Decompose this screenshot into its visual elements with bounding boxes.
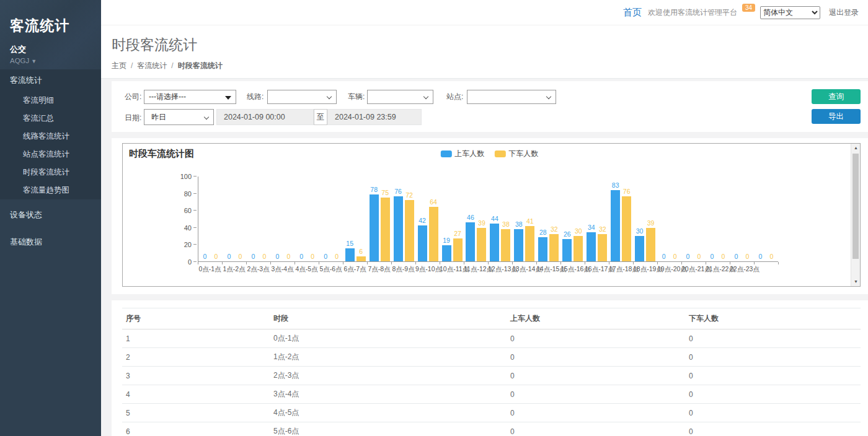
legend-item-boarding[interactable]: 上车人数 [440, 149, 484, 159]
chart-scrollbar[interactable]: ▲ ▼ [851, 144, 860, 286]
table-cell: 0 [507, 329, 685, 348]
bar-value-label: 0 [662, 253, 666, 260]
bar-group: 7875 [368, 186, 392, 261]
chart-plot: 020406080100 000000000000156787576724264… [198, 177, 779, 274]
table-header-cell: 上车人数 [507, 308, 685, 329]
table-cell: 0 [507, 367, 685, 385]
breadcrumb-home[interactable]: 主页 [112, 61, 126, 70]
table-cell: 0 [685, 348, 861, 367]
chart-legend: 上车人数 下车人数 [440, 149, 538, 159]
bar [370, 194, 379, 261]
table-header-cell: 下车人数 [685, 308, 861, 329]
vehicle-select[interactable] [367, 90, 433, 104]
x-axis-label: 8点-9点 [391, 265, 415, 274]
date-to-input[interactable]: 2024-01-09 23:59 [327, 109, 422, 125]
breadcrumb: 主页/客流统计/时段客流统计 [112, 61, 868, 71]
x-axis-label: 18点-19点 [633, 265, 657, 274]
sidebar-item[interactable]: 时段客流统计 [0, 164, 101, 181]
bar [501, 229, 510, 261]
bar-group: 4264 [416, 199, 440, 261]
chart-title: 时段车流统计图 [129, 148, 194, 160]
date-preset-select[interactable]: 昨日 [144, 109, 214, 125]
sidebar-item[interactable]: 线路客流统计 [0, 128, 101, 146]
legend-swatch-boarding [440, 150, 451, 157]
x-axis-label: 22点-23点 [730, 265, 754, 274]
table-cell: 0 [507, 385, 685, 404]
bar-value-label: 28 [539, 229, 547, 236]
station-select[interactable] [467, 90, 556, 104]
bar-value-label: 0 [698, 253, 701, 260]
breadcrumb-section[interactable]: 客流统计 [137, 61, 167, 70]
bar-value-label: 0 [769, 253, 773, 260]
date-separator: 至 [314, 109, 327, 125]
x-axis-label: 5点-6点 [319, 265, 343, 274]
x-axis-label: 4点-5点 [294, 265, 319, 274]
notification-badge[interactable]: 34 [742, 4, 755, 12]
bar [477, 228, 486, 261]
bar-value-label: 0 [299, 253, 303, 260]
company-select[interactable]: ---请选择--- [144, 90, 236, 104]
bar-value-label: 0 [746, 253, 750, 260]
bar-value-label: 0 [335, 253, 339, 260]
legend-item-alighting[interactable]: 下车人数 [494, 149, 538, 159]
bar [611, 190, 620, 261]
bar-group: 3039 [633, 220, 657, 261]
table-cell: 0 [507, 422, 685, 436]
sidebar-item[interactable]: 客流量趋势图 [0, 181, 101, 199]
bar-group: 8376 [609, 182, 633, 261]
y-axis-label: 100 [180, 173, 192, 180]
scroll-down-icon[interactable]: ▼ [851, 277, 861, 286]
sidebar-section[interactable]: 设备状态 [0, 203, 101, 227]
scrollbar-thumb[interactable] [852, 154, 859, 259]
chart-panel: 时段车流统计图 上车人数 下车人数 020406080100 000000000… [112, 138, 868, 294]
bar-value-label: 26 [564, 231, 571, 238]
logout-link[interactable]: 退出登录 [829, 7, 859, 18]
table-cell: 3点-4点 [270, 385, 507, 404]
date-from-input[interactable]: 2024-01-09 00:00 [216, 109, 314, 125]
home-link[interactable]: 首页 [623, 7, 642, 19]
page-title: 时段客流统计 [112, 35, 868, 54]
sidebar-section[interactable]: 客流统计 [0, 69, 101, 92]
bar-value-label: 46 [467, 214, 474, 221]
y-axis-label: 60 [184, 207, 192, 214]
bar-group: 00 [319, 253, 343, 261]
app-title: 客流统计 [10, 16, 91, 35]
bar-value-label: 27 [454, 230, 461, 237]
bar-group: 00 [681, 253, 706, 261]
hourly-stats-table: 序号时段上车人数下车人数 10点-1点0021点-2点0032点-3点0043点… [122, 308, 861, 436]
bar-value-label: 6 [359, 248, 363, 255]
bar [442, 245, 451, 261]
export-button[interactable]: 导出 [812, 109, 861, 124]
sidebar-item[interactable]: 客流明细 [0, 92, 101, 110]
bar-value-label: 76 [623, 188, 631, 195]
bar-group: 2832 [536, 226, 560, 261]
language-select[interactable]: 简体中文 [760, 6, 820, 19]
table-cell: 0 [685, 404, 861, 422]
sidebar-item[interactable]: 客流汇总 [0, 110, 101, 128]
sidebar-section[interactable]: 基础数据 [0, 230, 101, 254]
date-label: 日期: [125, 110, 141, 126]
bar-value-label: 0 [239, 253, 242, 260]
bar-value-label: 0 [735, 253, 738, 260]
bar-group: 4639 [464, 214, 488, 261]
query-button[interactable]: 查询 [812, 89, 861, 104]
bar [405, 200, 414, 261]
bar-group: 1927 [440, 230, 464, 261]
bar-value-label: 0 [251, 253, 255, 260]
legend-swatch-alighting [494, 150, 505, 157]
bar [646, 228, 655, 261]
bar-value-label: 32 [551, 226, 558, 233]
sidebar-item[interactable]: 站点客流统计 [0, 146, 101, 164]
sidebar: 客流统计 公交 AQGJ▼ 客流统计客流明细客流汇总线路客流统计站点客流统计时段… [0, 0, 101, 436]
scroll-up-icon[interactable]: ▲ [851, 144, 861, 152]
bar-value-label: 0 [262, 253, 266, 260]
org-dropdown[interactable]: AQGJ▼ [10, 57, 91, 64]
bar-value-label: 0 [324, 253, 327, 260]
line-select[interactable] [267, 90, 337, 104]
bar-group: 00 [271, 253, 295, 261]
table-cell: 0 [685, 367, 861, 385]
x-axis-label: 20点-21点 [681, 265, 706, 274]
bar-value-label: 32 [599, 226, 606, 233]
bar-group: 00 [706, 253, 730, 261]
bar-group: 00 [223, 253, 247, 261]
